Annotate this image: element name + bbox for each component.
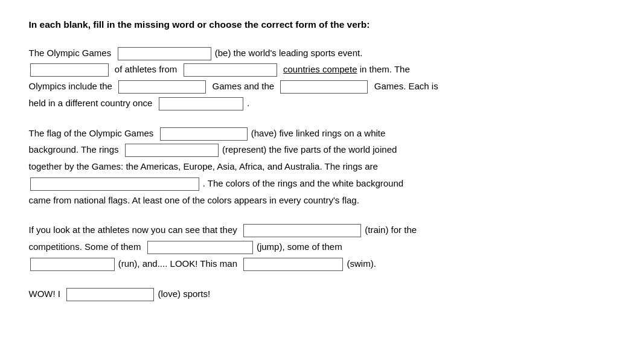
text-held-in: held in a different country once	[29, 98, 155, 108]
hint-run: (run), and.... LOOK! This man	[118, 258, 240, 269]
blank-8-represent[interactable]	[125, 144, 219, 157]
text-games-each-is: Games. Each is	[372, 81, 438, 91]
blank-14-love[interactable]	[66, 288, 154, 301]
blank-10-train[interactable]	[243, 224, 361, 237]
hint-be: (be) the world's leading sports event.	[215, 48, 363, 58]
instruction-text: In each blank, fill in the missing word …	[29, 18, 609, 31]
blank-11-jump[interactable]	[147, 241, 253, 254]
blank-12-run[interactable]	[30, 258, 115, 271]
text-competitions-some: competitions. Some of them	[29, 241, 144, 252]
hint-love: (love) sports!	[158, 289, 211, 299]
text-together-by: together by the Games: the Americas, Eur…	[29, 161, 378, 171]
hint-jump: (jump), some of them	[257, 241, 342, 252]
text-period: .	[247, 98, 249, 108]
blank-7-have[interactable]	[160, 127, 248, 141]
blank-13-swim[interactable]	[243, 258, 343, 271]
hint-have: (have) five linked rings on a white	[251, 128, 386, 138]
text-colors-of-rings: . The colors of the rings and the white …	[203, 178, 403, 188]
paragraph-1: The Olympic Games (be) the world's leadi…	[29, 45, 609, 112]
text-countries-compete: countries compete in them. The	[281, 64, 410, 74]
paragraph-2: The flag of the Olympic Games (have) fiv…	[29, 125, 609, 209]
text-olympics-include: Olympics include the	[29, 81, 115, 91]
blank-5-winter[interactable]	[280, 80, 368, 94]
text-background-rings: background. The rings	[29, 144, 121, 155]
text-if-you-look: If you look at the athletes now you can …	[29, 225, 240, 235]
text-flag-olympic: The flag of the Olympic Games	[29, 128, 156, 138]
main-container: In each blank, fill in the missing word …	[29, 18, 609, 315]
text-olympic-games: The Olympic Games	[29, 48, 114, 58]
text-of-athletes: of athletes from	[112, 64, 180, 74]
blank-2-athletes[interactable]	[30, 63, 109, 77]
blank-6-every[interactable]	[159, 97, 243, 110]
blank-9-colors[interactable]	[30, 177, 199, 191]
blank-1-be[interactable]	[118, 47, 211, 60]
paragraph-4: WOW! I (love) sports!	[29, 286, 609, 302]
hint-train: (train) for the	[365, 225, 417, 235]
paragraph-3: If you look at the athletes now you can …	[29, 222, 609, 272]
hint-swim: (swim).	[347, 258, 376, 269]
text-games-and-the: Games and the	[210, 81, 277, 91]
blank-4-summer[interactable]	[118, 80, 206, 94]
text-came-from: came from national flags. At least one o…	[29, 195, 359, 205]
blank-3-countries[interactable]	[184, 63, 277, 77]
hint-represent: (represent) the five parts of the world …	[222, 144, 397, 155]
text-wow: WOW! I	[29, 289, 63, 299]
